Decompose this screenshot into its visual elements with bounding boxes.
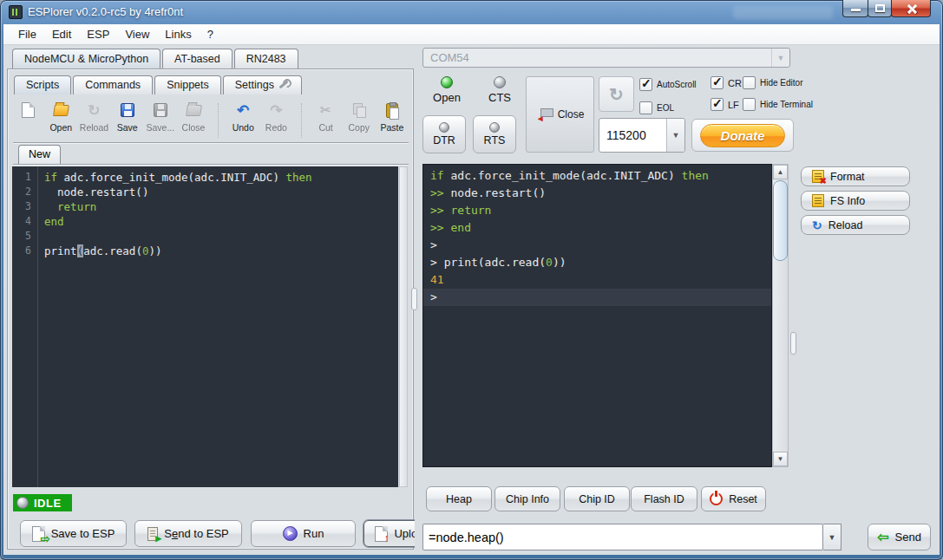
chip-id-button[interactable]: Chip ID xyxy=(564,486,630,511)
sub-tab-bar: ScriptsCommandsSnippetsSettings xyxy=(14,75,304,94)
save-to-esp-label: Save to ESP xyxy=(51,527,115,540)
titlebar[interactable]: ESPlorer v0.2.0-rc5 by 4refr0nt xyxy=(0,0,943,24)
close-window-button[interactable] xyxy=(891,0,931,17)
eol-checkbox[interactable]: EOL xyxy=(639,101,674,114)
run-label: Run xyxy=(304,527,324,540)
maximize-button[interactable] xyxy=(868,0,892,17)
format-button[interactable]: ✖Format xyxy=(801,166,910,186)
toolbar-save-as-button: Save... xyxy=(144,100,177,133)
power-icon xyxy=(710,492,723,505)
toolbar-undo-button[interactable]: ↶Undo xyxy=(226,100,259,133)
line-number: 6 xyxy=(12,244,37,258)
lf-checkbox[interactable]: LF xyxy=(711,98,739,111)
code-editor[interactable]: 123456 if adc.force_init_mode(adc.INIT_A… xyxy=(12,166,398,487)
serial-terminal[interactable]: if adc.force_init_mode(adc.INIT_ADC) the… xyxy=(422,164,772,467)
menu-item-edit[interactable]: Edit xyxy=(44,26,79,42)
checkbox-icon[interactable] xyxy=(639,101,652,114)
save-to-esp-button[interactable]: ⇨Save to ESP xyxy=(20,520,127,547)
scroll-down-button[interactable]: ▼ xyxy=(773,452,788,466)
app-surface: NodeMCU & MicroPythonAT-basedRN2483 Scri… xyxy=(3,45,940,555)
editor-scrollbar[interactable] xyxy=(399,166,408,487)
checkbox-icon[interactable] xyxy=(743,76,756,89)
chip-id-label: Chip ID xyxy=(579,493,615,505)
main-tab-rn2483[interactable]: RN2483 xyxy=(234,49,298,68)
code-area[interactable]: if adc.force_init_mode(adc.INIT_ADC) the… xyxy=(39,166,398,487)
toolbar-new-button[interactable] xyxy=(11,100,44,122)
donate-pill: Donate xyxy=(700,124,785,147)
menu-item-[interactable]: ? xyxy=(200,26,221,42)
scrollbar-thumb[interactable] xyxy=(773,180,788,261)
refresh-ports-button[interactable]: ↻ xyxy=(599,76,634,112)
autoscroll-checkbox[interactable]: AutoScroll xyxy=(639,78,697,91)
hide-editor-checkbox[interactable]: Hide Editor xyxy=(743,76,802,89)
baud-rate-select[interactable]: 115200 ▼ xyxy=(599,118,685,153)
sub-tab-snippets[interactable]: Snippets xyxy=(154,75,221,94)
reload-arrows-icon: ↻ xyxy=(88,101,100,120)
main-tab-nodemcu-micropython[interactable]: NodeMCU & MicroPython xyxy=(12,49,160,68)
sub-tab-settings[interactable]: Settings xyxy=(223,75,302,94)
close-icon xyxy=(906,3,917,14)
splitter-handle[interactable] xyxy=(790,332,796,355)
main-tab-at-based[interactable]: AT-based xyxy=(162,49,232,68)
command-input[interactable] xyxy=(422,524,823,550)
main-tab-bar: NodeMCU & MicroPythonAT-basedRN2483 xyxy=(12,49,300,68)
checkbox-icon[interactable] xyxy=(711,98,724,111)
heap-label: Heap xyxy=(446,493,472,505)
toolbar-separator xyxy=(301,103,302,138)
heap-button[interactable]: Heap xyxy=(426,486,492,511)
app-icon xyxy=(9,5,23,19)
chevron-down-icon[interactable]: ▼ xyxy=(771,49,789,67)
fs-info-label: FS Info xyxy=(830,195,865,207)
toolbar-paste-button[interactable]: Paste xyxy=(376,100,409,133)
dtr-button[interactable]: DTR xyxy=(422,115,466,153)
refresh-icon: ↻ xyxy=(609,84,624,105)
toolbar-open-button[interactable]: Open xyxy=(44,100,77,133)
open-indicator[interactable]: Open xyxy=(425,76,468,104)
toolbar-open-label: Open xyxy=(49,122,72,133)
donate-button[interactable]: Donate xyxy=(691,119,794,152)
run-button[interactable]: Run xyxy=(251,520,356,547)
chip-info-button[interactable]: Chip Info xyxy=(494,486,560,511)
chevron-down-icon: ▼ xyxy=(828,533,836,542)
background-window-artifact xyxy=(733,6,833,19)
folder-closed-icon xyxy=(187,105,201,116)
terminal-line: > xyxy=(423,237,771,254)
scroll-up-button[interactable]: ▲ xyxy=(773,165,788,179)
menu-item-links[interactable]: Links xyxy=(157,26,199,42)
command-history-dropdown[interactable]: ▼ xyxy=(823,524,841,550)
hide-terminal-checkbox[interactable]: Hide Terminal xyxy=(743,98,813,111)
reset-label: Reset xyxy=(729,493,757,505)
cr-checkbox[interactable]: CR xyxy=(711,76,742,89)
toolbar-redo-button: ↷Redo xyxy=(259,100,292,133)
dtr-led-icon xyxy=(439,122,449,133)
scissors-icon: ✂ xyxy=(320,102,331,118)
chevron-down-icon[interactable]: ▼ xyxy=(666,119,684,152)
send-to-esp-button[interactable]: ▶Send to ESP xyxy=(134,520,242,547)
sub-tab-commands[interactable]: Commands xyxy=(73,75,153,94)
checkbox-icon[interactable] xyxy=(639,78,652,91)
flash-id-button[interactable]: Flash ID xyxy=(631,486,697,511)
menu-item-file[interactable]: File xyxy=(10,26,44,42)
upload-button[interactable]: ↑Upload xyxy=(363,520,415,547)
menu-item-esp[interactable]: ESP xyxy=(79,26,117,42)
rts-button[interactable]: RTS xyxy=(473,115,516,153)
com-port-select[interactable]: COM54 ▼ xyxy=(422,48,790,68)
sub-tab-scripts[interactable]: Scripts xyxy=(14,75,71,94)
editor-line: node.restart() xyxy=(44,185,398,199)
autoscroll-label: AutoScroll xyxy=(657,80,697,89)
send-button[interactable]: ⇦ Send xyxy=(868,524,931,550)
checkbox-icon[interactable] xyxy=(711,76,724,89)
reload-button[interactable]: ↻Reload xyxy=(801,215,910,235)
tab-new-file[interactable]: New xyxy=(18,145,61,164)
close-port-button[interactable]: Close xyxy=(526,76,594,153)
reset-button[interactable]: Reset xyxy=(701,486,766,511)
toolbar-save-button[interactable]: Save xyxy=(111,100,144,133)
menu-item-view[interactable]: View xyxy=(117,26,157,42)
splitter-handle[interactable] xyxy=(411,288,417,310)
checkbox-icon[interactable] xyxy=(743,98,756,111)
minimize-button[interactable] xyxy=(842,0,868,17)
fs-info-button[interactable]: FS Info xyxy=(801,191,910,211)
send-esp-icon: ▶ xyxy=(147,527,158,541)
terminal-scrollbar[interactable]: ▲ ▼ xyxy=(772,164,789,467)
toolbar-undo-label: Undo xyxy=(232,122,254,133)
